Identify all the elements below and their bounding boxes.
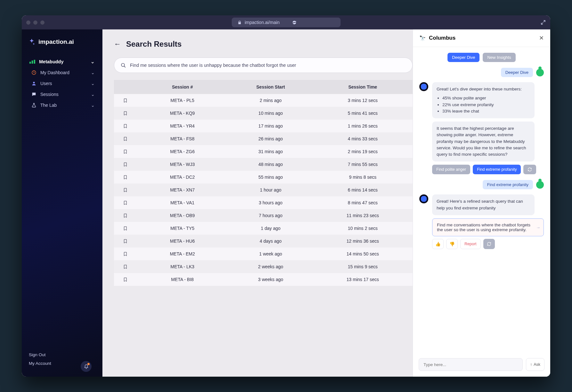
chart-icon — [29, 59, 35, 64]
sidebar-item-the-lab[interactable]: The Lab⌄ — [27, 100, 99, 111]
cell-session-id: META - VA1 — [136, 200, 229, 205]
traffic-lights — [26, 20, 44, 25]
regenerate-button[interactable] — [483, 239, 495, 249]
panel-title: Columbus — [429, 35, 455, 41]
chevron-down-icon: ⌄ — [91, 103, 95, 108]
cell-session-time: 9 mins 8 secs — [313, 175, 413, 180]
bookmark-icon[interactable] — [123, 137, 128, 141]
cell-session-time: 7 mins 55 secs — [313, 162, 413, 167]
cell-session-start: 7 hours ago — [229, 213, 313, 218]
notification-bell[interactable] — [81, 361, 92, 372]
bookmark-icon[interactable] — [123, 226, 128, 231]
cell-session-time: 14 mins 50 secs — [313, 251, 413, 256]
cell-session-time: 1 mins 26 secs — [313, 123, 413, 129]
bookmark-icon[interactable] — [123, 277, 128, 282]
search-bar[interactable]: Find me sessions where the user is unhap… — [114, 58, 413, 73]
bookmark-icon[interactable] — [123, 98, 128, 103]
thumbs-up-button[interactable]: 👍 — [432, 239, 444, 249]
sidebar-item-sessions[interactable]: Sessions⌄ — [27, 89, 99, 100]
table-row[interactable]: META - ZG631 mins ago2 mins 19 secs — [114, 145, 413, 158]
my-account-link[interactable]: My Account — [29, 359, 95, 368]
bot-bullet: 45% show polite anger — [442, 95, 530, 101]
nav-group-label: Metabuddy — [39, 59, 64, 64]
arrow-right-icon[interactable]: → — [536, 225, 541, 230]
address-text: impaction.ai/main — [245, 20, 280, 25]
table-row[interactable]: META - OB97 hours ago11 mins 23 secs — [114, 209, 413, 222]
chat-input[interactable] — [419, 358, 523, 371]
sidebar-item-my-dashboard[interactable]: My Dashboard⌄ — [27, 67, 99, 78]
table-row[interactable]: META - LK32 weeks ago15 mins 9 secs — [114, 260, 413, 273]
bookmark-icon[interactable] — [123, 124, 128, 129]
close-icon[interactable]: ✕ — [539, 35, 544, 42]
table-row[interactable]: META - FS826 mins ago4 mins 33 secs — [114, 132, 413, 145]
bot-bullet: 22% use extreme profanity — [442, 102, 530, 108]
app-window: impaction.ai/main impaction.ai Metabuddy… — [22, 15, 550, 377]
thumbs-down-button[interactable]: 👎 — [446, 239, 458, 249]
report-button[interactable]: Report — [460, 239, 481, 249]
dashboard-icon — [31, 70, 36, 75]
col-time[interactable]: Session Time — [313, 84, 413, 90]
brand-icon — [28, 38, 35, 45]
sidebar-item-users[interactable]: Users⌄ — [27, 78, 99, 89]
cell-session-time: 2 mins 19 secs — [313, 149, 413, 154]
nav-group-metabuddy[interactable]: Metabuddy ⌄ — [25, 56, 99, 67]
table-row[interactable]: META - PL52 mins ago3 mins 12 secs — [114, 94, 413, 107]
bookmark-icon[interactable] — [123, 175, 128, 180]
cell-session-time: 13 mins 17 secs — [313, 277, 413, 282]
chevron-down-icon: ⌄ — [91, 81, 95, 86]
bookmark-icon[interactable] — [123, 188, 128, 192]
table-row[interactable]: META - TY51 day ago10 mins 2 secs — [114, 222, 413, 235]
chat-icon — [31, 92, 36, 97]
back-arrow-icon[interactable]: ← — [114, 40, 121, 48]
table-row[interactable]: META - HU64 days ago12 mins 36 secs — [114, 235, 413, 247]
bookmark-icon[interactable] — [123, 149, 128, 154]
my-account-label: My Account — [29, 361, 51, 366]
cell-session-start: 3 weeks ago — [229, 277, 313, 282]
chip-deeper-dive[interactable]: Deeper Dive — [447, 53, 479, 62]
table-row[interactable]: META - DC255 mins ago9 mins 8 secs — [114, 171, 413, 184]
refresh-suggestions-button[interactable] — [523, 165, 536, 174]
results-table: Session # Session Start Session Time MET… — [114, 80, 413, 377]
lock-icon — [238, 20, 242, 25]
sidebar: impaction.ai Metabuddy ⌄ My Dashboard⌄Us… — [22, 29, 102, 377]
brand[interactable]: impaction.ai — [22, 38, 102, 54]
cell-session-start: 3 hours ago — [229, 200, 313, 205]
bookmark-icon[interactable] — [123, 239, 128, 244]
table-row[interactable]: META - KQ910 mins ago5 mins 41 secs — [114, 107, 413, 120]
find-polite-anger-button[interactable]: Find polite anger — [432, 165, 470, 174]
table-row[interactable]: META - WJ348 mins ago7 mins 55 secs — [114, 158, 413, 171]
traffic-close[interactable] — [26, 20, 30, 25]
bookmark-icon[interactable] — [123, 111, 128, 116]
columbus-icon: 🔭 — [419, 35, 426, 41]
ask-button[interactable]: ↑ Ask — [526, 358, 544, 371]
bookmark-icon[interactable] — [123, 252, 128, 256]
traffic-zoom[interactable] — [40, 20, 44, 25]
table-row[interactable]: META - XN71 hour ago6 mins 14 secs — [114, 184, 413, 196]
bookmark-icon[interactable] — [123, 264, 128, 269]
svg-rect-2 — [34, 60, 36, 64]
table-row[interactable]: META - BI83 weeks ago13 mins 17 secs — [114, 273, 413, 286]
bookmark-icon[interactable] — [123, 200, 128, 205]
reload-icon[interactable] — [292, 20, 296, 25]
bookmark-icon[interactable] — [123, 213, 128, 218]
refined-query-card[interactable]: Find me conversations where the chatbot … — [432, 218, 544, 236]
sign-out-link[interactable]: Sign Out — [29, 350, 95, 359]
chevron-down-icon: ⌄ — [91, 92, 95, 97]
table-row[interactable]: META - EM21 week ago14 mins 50 secs — [114, 247, 413, 260]
cell-session-start: 10 mins ago — [229, 111, 313, 116]
col-start[interactable]: Session Start — [229, 84, 313, 90]
expand-icon[interactable] — [541, 20, 546, 25]
table-row[interactable]: META - YR417 mins ago1 mins 26 secs — [114, 120, 413, 132]
traffic-minimize[interactable] — [33, 20, 37, 25]
chevron-down-icon: ⌄ — [91, 59, 95, 64]
col-session[interactable]: Session # — [136, 84, 229, 90]
bookmark-icon[interactable] — [123, 162, 128, 167]
find-extreme-profanity-button[interactable]: Find extreme profanity — [473, 165, 521, 174]
table-row[interactable]: META - VA13 hours ago8 mins 47 secs — [114, 196, 413, 209]
feedback-row: 👍 👎 Report — [432, 239, 544, 249]
bot-avatar-icon — [419, 82, 428, 91]
chip-new-insights[interactable]: New Insights — [483, 53, 515, 62]
svg-rect-0 — [29, 62, 31, 64]
address-bar[interactable]: impaction.ai/main — [232, 18, 341, 27]
svg-rect-1 — [32, 60, 33, 64]
